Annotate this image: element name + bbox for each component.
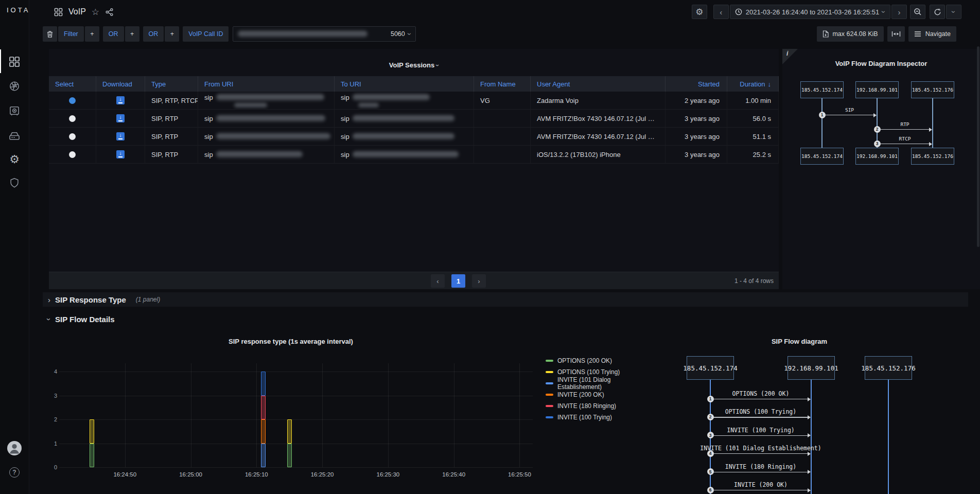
download-icon[interactable]: ↓	[116, 132, 125, 140]
time-shift-forward-button[interactable]: ›	[891, 5, 907, 19]
cell-from-name	[474, 128, 531, 146]
bar-segment	[261, 419, 266, 443]
message-number: 5	[707, 468, 714, 475]
message-number: 4	[707, 450, 714, 457]
message-arrowhead	[808, 470, 811, 474]
share-icon[interactable]	[105, 8, 114, 16]
filter-button[interactable]: Filter	[58, 26, 84, 42]
sidebar-item-storage[interactable]	[8, 130, 21, 142]
download-icon[interactable]: ↓	[116, 114, 125, 122]
cell-started: 3 years ago	[666, 110, 727, 128]
column-header-select[interactable]: Select	[49, 76, 96, 92]
lifeline	[888, 380, 889, 494]
sidebar-item-vault[interactable]	[9, 105, 21, 117]
time-shift-back-button[interactable]: ‹	[713, 5, 729, 19]
bar-segment	[287, 444, 292, 467]
column-header-duration[interactable]: Duration↓	[727, 76, 779, 92]
legend-item[interactable]: OPTIONS (200 OK)	[546, 355, 656, 366]
table-row[interactable]: ↓SIP, RTPsipsipAVM FRITZ!Box 7430 146.07…	[49, 110, 779, 128]
time-range-picker[interactable]: 2021-03-26 16:24:40 to 2021-03-26 16:25:…	[730, 5, 890, 19]
column-header-to-uri[interactable]: To URI	[335, 76, 474, 92]
add-filter-button[interactable]: +	[85, 26, 99, 42]
star-icon[interactable]: ☆	[92, 8, 99, 16]
add-or-button-2[interactable]: +	[165, 26, 179, 42]
message-line	[710, 417, 808, 417]
legend-item[interactable]: INVITE (101 Dialog Establishement)	[546, 378, 656, 389]
x-axis-tick: 16:25:20	[304, 471, 340, 478]
call-id-input[interactable]: 5060 ›	[233, 26, 416, 42]
download-icon[interactable]: ↓	[116, 150, 125, 158]
dashboard-settings-button[interactable]: ⚙	[692, 5, 707, 19]
page-1-button[interactable]: 1	[451, 274, 465, 288]
refresh-button[interactable]	[930, 5, 945, 19]
column-header-from-uri[interactable]: From URI	[198, 76, 335, 92]
legend-item[interactable]: INVITE (180 Ringing)	[546, 400, 656, 412]
select-radio[interactable]	[69, 133, 76, 140]
sidebar-item-settings[interactable]: ⚙	[9, 154, 20, 165]
table-row[interactable]: ↓SIP, RTPsipsipAVM FRITZ!Box 7430 146.07…	[49, 128, 779, 146]
sidebar-item-security[interactable]	[9, 177, 20, 189]
message-arrowhead	[873, 113, 877, 117]
gridline	[59, 372, 533, 372]
sidebar-item-capture[interactable]	[9, 80, 21, 92]
select-radio[interactable]	[69, 151, 76, 158]
breadcrumb: VoIP ☆	[54, 0, 114, 24]
or-button-2[interactable]: OR	[143, 26, 164, 42]
sidebar-item-dashboards[interactable]	[8, 56, 21, 68]
table-row[interactable]: ↓SIP, RTPsipsipiOS/13.2.2 (17B102) iPhon…	[49, 146, 779, 164]
help-button[interactable]: ?	[9, 467, 20, 478]
gridline	[322, 363, 323, 467]
table-row[interactable]: ↓SIP, RTP, RTCPsipsipVGZadarma Voip2 yea…	[49, 92, 779, 110]
column-header-from-name[interactable]: From Name	[474, 76, 531, 92]
select-radio[interactable]	[69, 115, 76, 122]
dashboard-icon[interactable]	[54, 8, 63, 16]
row-sip-flow-details[interactable]: › SIP Flow Details	[43, 312, 968, 326]
column-header-download[interactable]: Download	[96, 76, 145, 92]
voip-call-id-button[interactable]: VoIP Call ID	[183, 26, 229, 42]
navigate-button[interactable]: Navigate	[908, 26, 956, 42]
bar-segment	[261, 372, 266, 395]
max-size-label: max 624.08 KiB	[832, 30, 878, 38]
cell-started: 3 years ago	[666, 146, 727, 164]
next-page-button[interactable]: ›	[472, 274, 486, 288]
cell-type: SIP, RTP	[145, 128, 198, 146]
column-header-type[interactable]: Type	[145, 76, 198, 92]
gridline	[59, 444, 533, 444]
message-label: INVITE (101 Dialog Establishement)	[694, 445, 828, 452]
gridline	[59, 419, 533, 420]
hard-drive-icon	[8, 130, 21, 142]
legend-label: INVITE (180 Ringing)	[557, 402, 616, 410]
zoom-out-button[interactable]	[910, 5, 925, 19]
or-button-1[interactable]: OR	[103, 26, 124, 42]
person-icon	[7, 440, 22, 456]
prev-page-button[interactable]: ‹	[431, 274, 445, 288]
x-axis-tick: 16:24:50	[107, 471, 143, 478]
section-label: SIP Response Type	[55, 295, 126, 304]
download-icon[interactable]: ↓	[116, 96, 125, 104]
column-header-started[interactable]: Started	[666, 76, 727, 92]
user-avatar[interactable]	[7, 440, 22, 456]
cell-from-name	[474, 146, 531, 164]
gridline	[519, 363, 520, 467]
select-radio[interactable]	[69, 97, 76, 104]
cell-uri: sip	[198, 128, 335, 146]
safe-icon	[9, 105, 21, 117]
cell-uri: sip	[335, 110, 474, 128]
gridline	[454, 363, 454, 467]
add-or-button-1[interactable]: +	[125, 26, 139, 42]
refresh-interval-dropdown[interactable]: ›	[946, 5, 961, 19]
scrollbar[interactable]	[977, 46, 979, 247]
legend-item[interactable]: INVITE (100 Trying)	[546, 412, 656, 423]
panel-title-voip-sessions[interactable]: VoIP Sessions›	[49, 61, 779, 69]
message-line	[822, 115, 874, 115]
actor-box: 185.45.152.174	[800, 81, 844, 98]
delete-filter-button[interactable]	[43, 26, 57, 42]
column-header-user-agent[interactable]: User Agent	[531, 76, 666, 92]
call-id-port: 5060	[391, 30, 405, 38]
cell-uri: sip	[335, 146, 474, 164]
legend-label: OPTIONS (100 Trying)	[557, 368, 620, 376]
max-size-button[interactable]: max 624.08 KiB	[817, 26, 883, 42]
fit-to-window-button[interactable]	[887, 26, 905, 42]
row-sip-response-type[interactable]: › SIP Response Type (1 panel)	[43, 292, 968, 307]
legend-item[interactable]: INVITE (200 OK)	[546, 389, 656, 400]
